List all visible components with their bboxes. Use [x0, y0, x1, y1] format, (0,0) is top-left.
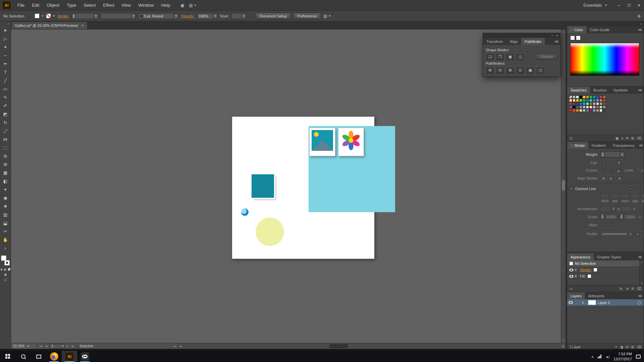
go-to-bridge-icon[interactable] [180, 3, 184, 8]
arrow-scale-end-field[interactable]: 100% [620, 214, 637, 220]
column-graph-tool[interactable]: ▥ [1, 210, 10, 219]
swatch[interactable] [576, 96, 579, 99]
minus-front-icon[interactable]: ❐ [496, 53, 504, 60]
previous-artboard-icon[interactable] [44, 345, 48, 348]
dropdown-button[interactable] [94, 13, 98, 19]
firefox-taskbar-button[interactable] [46, 351, 62, 362]
rectangle-tool[interactable]: ▭ [1, 85, 10, 93]
expand-button[interactable]: Expand [536, 54, 557, 60]
swatch[interactable] [569, 102, 572, 105]
scroll-up-icon[interactable] [561, 29, 566, 34]
tab-align[interactable]: Align [506, 38, 521, 45]
fill-color-select[interactable] [35, 13, 44, 18]
action-center-icon[interactable] [636, 355, 641, 359]
panel-menu-icon[interactable] [636, 253, 644, 260]
close-panel-icon[interactable] [556, 34, 558, 37]
menu-item[interactable]: Type [63, 0, 80, 10]
swatch[interactable] [569, 106, 572, 109]
align-stroke-center-icon[interactable]: ▣ [600, 175, 607, 181]
flip-across-icon[interactable]: ⇅ [642, 231, 644, 237]
visibility-eye-icon[interactable] [569, 275, 574, 278]
cap-butt-icon[interactable]: ▯ [600, 160, 607, 165]
fill-white-swatch[interactable] [587, 274, 591, 278]
divide-icon[interactable]: ⊞ [486, 67, 494, 73]
paintbrush-tool[interactable]: ✎ [1, 93, 10, 102]
photo-frame-flower[interactable] [338, 128, 364, 156]
horizontal-scrollbar[interactable] [178, 343, 566, 349]
horizontal-scrollbar-thumb[interactable] [329, 344, 348, 348]
clear-appearance-icon[interactable]: ⊘ [626, 287, 629, 291]
swatch[interactable] [593, 109, 596, 112]
new-color-group-icon[interactable]: ⧉ [626, 136, 628, 140]
symbol-sprayer-tool[interactable]: ❖ [1, 202, 10, 210]
hidden-icons-chevron[interactable] [591, 355, 594, 359]
make-clipping-mask-icon[interactable]: ◨ [620, 345, 623, 349]
dash-gap-field[interactable] [600, 193, 609, 198]
lasso-tool[interactable]: ∽ [1, 51, 10, 60]
layer-target-icon[interactable] [638, 301, 641, 304]
swatch[interactable] [569, 96, 572, 99]
line-segment-tool[interactable]: ╱ [1, 76, 10, 85]
fill-indicator[interactable] [1, 255, 6, 261]
tab-transparency[interactable]: Transparency [609, 142, 638, 149]
illustrator-taskbar-button[interactable]: Ai [62, 351, 77, 362]
expand-icon[interactable] [575, 268, 578, 271]
swatch[interactable] [576, 99, 579, 102]
swatch[interactable] [573, 102, 576, 105]
dropdown-button[interactable] [213, 13, 217, 19]
swatch[interactable] [576, 109, 579, 112]
delete-item-icon[interactable]: ⌫ [637, 287, 641, 291]
swatch[interactable] [599, 102, 602, 105]
expand-icon[interactable] [575, 275, 578, 278]
tab-symbols[interactable]: Symbols [610, 86, 631, 94]
scroll-left-icon[interactable] [178, 343, 182, 349]
none-mode-icon[interactable] [8, 268, 11, 271]
add-new-effect-icon[interactable]: fx. [620, 287, 624, 291]
dash-gap-field[interactable] [621, 193, 630, 198]
magic-wand-tool[interactable]: ✶ [1, 43, 10, 51]
last-artboard-icon[interactable] [71, 345, 75, 348]
intersect-icon[interactable]: ▣ [506, 53, 515, 60]
search-button[interactable] [15, 351, 31, 362]
stroke-weight-select[interactable] [71, 13, 98, 19]
menu-item[interactable]: File [14, 0, 28, 10]
swatch[interactable] [596, 106, 599, 109]
shape-builder-tool[interactable]: ⧉ [1, 152, 10, 160]
task-view-button[interactable] [31, 351, 46, 362]
swatch[interactable] [573, 106, 576, 109]
swatch[interactable] [569, 109, 572, 112]
blend-tool[interactable]: ◉ [1, 194, 10, 202]
swatch[interactable] [583, 106, 586, 109]
selection-tool[interactable]: ➤ [1, 26, 10, 35]
dropdown-button[interactable] [174, 13, 178, 19]
collapse-dock-icon[interactable] [567, 21, 644, 26]
photo-frame-landscape[interactable] [309, 128, 335, 156]
menu-item[interactable]: Object [43, 0, 63, 10]
stroke-indicator[interactable] [4, 260, 10, 265]
delete-layer-icon[interactable]: ⌫ [637, 345, 641, 349]
link-scale-icon[interactable]: ∞ [639, 215, 641, 219]
scroll-right-icon[interactable] [561, 343, 566, 349]
layer-thumbnail[interactable] [588, 300, 596, 305]
duplicate-item-icon[interactable]: ⧉ [632, 287, 634, 291]
add-new-stroke-icon[interactable]: ▭ [570, 287, 573, 291]
document-setup-button[interactable]: Document Setup [255, 13, 291, 19]
color-spectrum[interactable] [570, 43, 639, 76]
swatch[interactable] [583, 96, 586, 99]
swatch[interactable] [583, 99, 586, 102]
arrowhead-start-select[interactable] [600, 206, 616, 212]
swatch[interactable] [586, 102, 589, 105]
swatch-options-icon[interactable]: ≡ [621, 136, 623, 140]
hand-tool[interactable]: ✋ [1, 236, 10, 244]
swatch[interactable] [573, 99, 576, 102]
screen-mode-icon[interactable]: ❏ [4, 278, 7, 281]
swatch[interactable] [583, 102, 586, 105]
tab-pathfinder[interactable]: Pathfinder [521, 38, 545, 45]
menu-item[interactable]: Select [80, 0, 99, 10]
tab-appearance[interactable]: Appearance [567, 253, 594, 260]
swatch[interactable] [596, 96, 599, 99]
swatch[interactable] [576, 102, 579, 105]
eraser-tool[interactable]: ◩ [1, 110, 10, 118]
new-layer-icon[interactable]: ⊞ [631, 345, 634, 349]
tab-transform[interactable]: Transform [483, 38, 506, 45]
